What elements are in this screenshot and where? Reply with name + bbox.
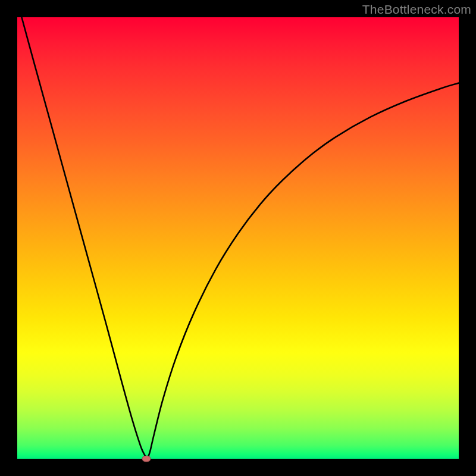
curve-svg	[17, 17, 459, 459]
bottleneck-curve	[21, 17, 459, 459]
chart-plot-area	[17, 17, 459, 459]
chart-frame: TheBottleneck.com	[0, 0, 476, 476]
balance-marker	[142, 456, 151, 462]
watermark-text: TheBottleneck.com	[362, 2, 471, 17]
